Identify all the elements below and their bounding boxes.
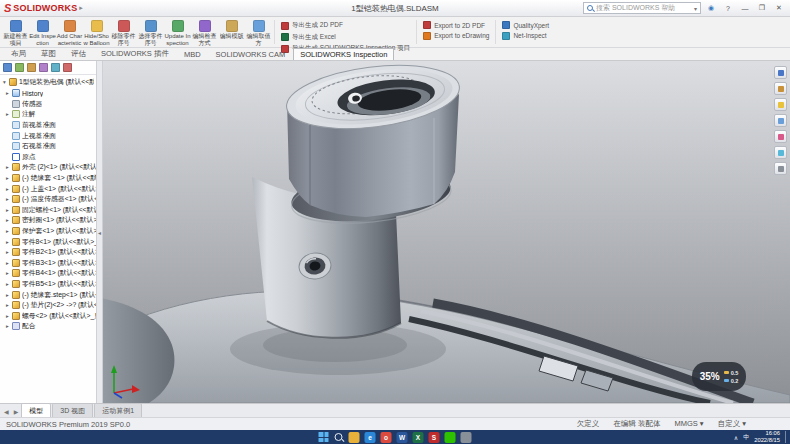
manager-tab-icon[interactable] (63, 63, 72, 72)
tree-item[interactable]: ▸ 零件B4<1> (默认<<默认>_显 (5, 268, 96, 279)
expand-arrow-icon[interactable]: ▸ (5, 164, 10, 170)
status-item[interactable]: MMGS ▾ (674, 419, 703, 429)
tree-item[interactable]: ▸ (-) 垫片(2)<2> ->? (默认<<默认 (5, 300, 96, 311)
help-search-input[interactable]: 搜索 SOLIDWORKS 帮助 ▾ (583, 2, 701, 14)
taskbar-app-icon[interactable] (461, 432, 472, 443)
command-tab[interactable]: SOLIDWORKS CAM (209, 48, 293, 60)
expand-arrow-icon[interactable]: ▸ (5, 217, 10, 223)
task-pane-tab-icon[interactable] (774, 82, 787, 95)
tree-item[interactable]: 原点 (5, 152, 96, 163)
expand-arrow-icon[interactable]: ▸ (5, 302, 10, 308)
tab-scroll-right-icon[interactable]: ▶ (12, 408, 21, 417)
document-tab[interactable]: 3D 视图 (52, 403, 93, 417)
tree-item[interactable]: ▸ 密封圈<1> (默认<<默认>_显示 (5, 215, 96, 226)
status-item[interactable]: 在编辑 装配体 (613, 419, 660, 429)
graphics-area[interactable]: 35% 0.5 0.2 (103, 61, 790, 403)
taskbar-app-icon[interactable]: e (365, 432, 376, 443)
tree-item[interactable]: ▸ 零件8<1> (默认<<默认>_显示状态 (5, 236, 96, 247)
tree-item[interactable]: 右视基准面 (5, 141, 96, 152)
export-menu-item[interactable]: Export to eDrawing (423, 32, 489, 40)
ribbon-button[interactable]: 新建检查项目 (2, 18, 29, 46)
manager-tab-icon[interactable] (3, 63, 12, 72)
tree-item[interactable]: ▸ 保护套<1> (默认<<默认>_显示状 (5, 226, 96, 237)
command-tab[interactable]: SOLIDWORKS 插件 (94, 47, 176, 60)
tree-item[interactable]: ▸ (-) 绝缘套 <1> (默认<<默认>_显 (5, 173, 96, 184)
tree-item[interactable]: ▸ 螺母<2> (默认<<默认>_显示状 (5, 310, 96, 321)
expand-arrow-icon[interactable]: ▸ (5, 186, 10, 192)
expand-arrow-icon[interactable]: ▸ (5, 228, 10, 234)
expand-arrow-icon[interactable]: ▸ (5, 239, 10, 245)
task-pane-tab-icon[interactable] (774, 114, 787, 127)
export-menu-item[interactable]: 导出生成 Excel (281, 33, 410, 42)
ime-indicator[interactable]: 中 (743, 433, 749, 442)
document-tab[interactable]: 运动算例1 (94, 403, 142, 417)
tree-item[interactable]: ▸ 配合 (5, 321, 96, 332)
taskbar-app-icon[interactable]: S (429, 432, 440, 443)
close-button[interactable]: ✕ (772, 2, 786, 15)
manager-tab-icon[interactable] (15, 63, 24, 72)
tree-item[interactable]: ▸ 外壳 (2)<1> (默认<<默认>_显示状 (5, 162, 96, 173)
tree-item[interactable]: ▸ (-) 上盖<1> (默认<<默认>_显示 (5, 183, 96, 194)
ribbon-button[interactable]: Edit Inspection (29, 18, 56, 46)
start-button[interactable] (319, 432, 329, 442)
expand-arrow-icon[interactable]: ▸ (5, 323, 10, 329)
command-tab[interactable]: MBD (177, 48, 208, 60)
task-pane-tab-icon[interactable] (774, 146, 787, 159)
task-pane-tab-icon[interactable] (774, 130, 787, 143)
export-menu-item[interactable]: 导出生成 2D PDF (281, 21, 410, 30)
3d-model-scene[interactable] (103, 61, 790, 403)
document-tab[interactable]: 模型 (21, 403, 51, 417)
collapse-panel-icon[interactable]: ◂ (98, 229, 101, 236)
ribbon-button[interactable]: 编辑检查方式 (191, 18, 218, 46)
maximize-button[interactable]: ❐ (755, 2, 769, 15)
status-item[interactable]: 自定义 ▾ (718, 419, 746, 429)
task-pane-tab-icon[interactable] (774, 162, 787, 175)
command-tab[interactable]: 布局 (4, 47, 33, 60)
expand-arrow-icon[interactable]: ▸ (5, 90, 10, 96)
quality-menu-item[interactable]: QualityXpert (502, 21, 549, 29)
tree-item[interactable]: ▸ (-) 绝缘套.step<1> (默认<<默认 (5, 289, 96, 300)
ribbon-button[interactable]: 选择零件序号 (137, 18, 164, 46)
expand-arrow-icon[interactable]: ▸ (5, 281, 10, 287)
ribbon-button[interactable]: 移除零件序号 (110, 18, 137, 46)
tree-item[interactable]: ▸ (-) 温度传感器<1> (默认<<默 (5, 194, 96, 205)
ribbon-button[interactable]: 编辑取值方 (245, 18, 272, 46)
taskbar-search-icon[interactable] (335, 433, 343, 441)
manager-tab-icon[interactable] (51, 63, 60, 72)
tree-item[interactable]: ▸ 固定螺栓<1> (默认<<默认>_显 (5, 205, 96, 216)
menu-expand-arrow-icon[interactable]: ▸ (79, 4, 83, 12)
tab-scroll-left-icon[interactable]: ◀ (2, 408, 11, 417)
taskbar-app-icon[interactable] (349, 432, 360, 443)
task-pane-tab-icon[interactable] (774, 66, 787, 79)
ribbon-button[interactable]: 编辑模版 (218, 18, 245, 46)
quality-menu-item[interactable]: Net-Inspect (502, 32, 549, 40)
show-desktop-button[interactable] (785, 431, 787, 443)
expand-arrow-icon[interactable]: ▸ (5, 111, 10, 117)
expand-arrow-icon[interactable]: ▸ (5, 313, 10, 319)
expand-arrow-icon[interactable]: ▾ (2, 79, 7, 85)
expand-arrow-icon[interactable]: ▸ (5, 175, 10, 181)
login-user-icon[interactable]: ◉ (704, 2, 718, 15)
tree-item[interactable]: ▸ 注解 (5, 109, 96, 120)
export-menu-item[interactable]: Export to 2D PDF (423, 21, 489, 29)
taskbar-app-icon[interactable]: W (397, 432, 408, 443)
help-button[interactable]: ? (721, 2, 735, 15)
tree-item[interactable]: ▸ 零件B2<1> (默认<<默认>_显 (5, 247, 96, 258)
manager-tab-icon[interactable] (27, 63, 36, 72)
ribbon-button[interactable]: Hide/Show Balloons (83, 18, 110, 46)
status-item[interactable]: 欠定义 (577, 419, 600, 429)
search-dropdown-icon[interactable]: ▾ (694, 5, 697, 12)
command-tab[interactable]: SOLIDWORKS Inspection (293, 48, 394, 60)
tree-item[interactable]: 上视基准面 (5, 130, 96, 141)
expand-arrow-icon[interactable]: ▸ (5, 270, 10, 276)
expand-arrow-icon[interactable]: ▸ (5, 260, 10, 266)
taskbar-app-icon[interactable]: o (381, 432, 392, 443)
taskbar-clock[interactable]: 16:06 2022/8/15 (754, 430, 780, 443)
tree-item[interactable]: 前视基准面 (5, 120, 96, 131)
taskbar-app-icon[interactable] (445, 432, 456, 443)
tree-item[interactable]: 传感器 (5, 99, 96, 110)
command-tab[interactable]: 评估 (64, 47, 93, 60)
manager-tab-icon[interactable] (39, 63, 48, 72)
expand-arrow-icon[interactable]: ▸ (5, 292, 10, 298)
minimize-button[interactable]: — (738, 2, 752, 15)
